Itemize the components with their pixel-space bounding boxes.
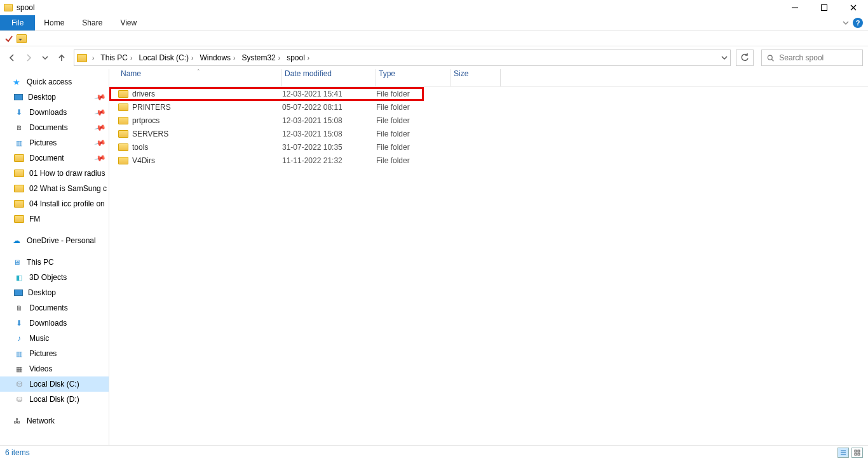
quick-access-toolbar [0, 31, 868, 46]
titlebar: spool [0, 0, 868, 15]
pictures-icon [14, 349, 24, 358]
close-button[interactable] [839, 0, 868, 15]
nav-forward-button[interactable] [22, 48, 36, 67]
sidebar-item-videos[interactable]: Videos [0, 361, 109, 376]
column-headers: Name ˄ Date modified Type Size [109, 69, 868, 87]
view-large-icons-button[interactable] [851, 448, 863, 458]
search-input[interactable] [779, 53, 857, 62]
sidebar-item-music[interactable]: Music [0, 331, 109, 346]
pin-icon: 📌 [94, 121, 107, 134]
sidebar-item-local-disk-d[interactable]: Local Disk (D:) [0, 392, 109, 407]
breadcrumb-root-chevron[interactable]: › [90, 53, 97, 63]
column-header-size[interactable]: Size [451, 69, 501, 86]
item-type: File folder [376, 116, 451, 125]
item-type: File folder [376, 130, 451, 138]
desktop-icon [14, 289, 23, 296]
list-item[interactable]: PRINTERS05-07-2022 08:11File folder [109, 100, 868, 114]
ribbon-tab-share[interactable]: Share [73, 15, 111, 30]
sidebar-onedrive[interactable]: OneDrive - Personal [0, 233, 109, 248]
svg-rect-13 [858, 453, 860, 455]
minimize-button[interactable] [780, 0, 810, 15]
navigation-row: › This PC› Local Disk (C:)› Windows› Sys… [0, 46, 868, 69]
maximize-button[interactable] [810, 0, 839, 15]
sidebar-item-desktop[interactable]: Desktop📌 [0, 90, 109, 105]
pictures-icon [14, 138, 24, 147]
breadcrumb-item[interactable]: System32› [240, 52, 283, 63]
folder-icon [118, 143, 128, 151]
video-icon [14, 364, 24, 373]
qat-newfolder-icon[interactable] [17, 34, 27, 43]
sidebar-network[interactable]: Network [0, 413, 109, 429]
navigation-pane: ★Quick access Desktop📌 Downloads📌 Docume… [0, 69, 109, 445]
breadcrumb-item[interactable]: This PC› [99, 52, 135, 63]
column-header-date[interactable]: Date modified [282, 69, 376, 86]
item-date: 12-03-2021 15:08 [282, 130, 376, 138]
sidebar-item-recent[interactable]: 01 How to draw radius [0, 166, 109, 181]
document-icon [14, 303, 24, 312]
cloud-icon [11, 236, 22, 245]
star-icon: ★ [11, 77, 22, 86]
window-folder-icon [4, 4, 13, 11]
list-item[interactable]: V4Dirs11-11-2022 21:32File folder [109, 154, 868, 167]
sidebar-item-desktop[interactable]: Desktop [0, 285, 109, 300]
nav-up-button[interactable] [55, 48, 69, 67]
nav-recent-dropdown[interactable] [38, 48, 52, 67]
item-type: File folder [376, 103, 451, 112]
list-item[interactable]: SERVERS12-03-2021 15:08File folder [109, 127, 868, 140]
item-date: 31-07-2022 10:35 [282, 143, 376, 152]
view-details-button[interactable] [837, 448, 849, 458]
item-date: 11-11-2022 21:32 [282, 156, 376, 165]
window-title: spool [17, 3, 35, 12]
ribbon-collapse-icon[interactable] [843, 20, 849, 26]
ribbon-tab-view[interactable]: View [111, 15, 146, 30]
pin-icon: 📌 [94, 152, 107, 164]
folder-icon [14, 170, 24, 177]
sidebar-item-recent[interactable]: 04 Install icc profile on [0, 196, 109, 211]
folder-icon [118, 130, 128, 138]
breadcrumb-item[interactable]: Windows› [198, 52, 238, 63]
address-bar[interactable]: › This PC› Local Disk (C:)› Windows› Sys… [74, 50, 731, 66]
list-item[interactable]: prtprocs12-03-2021 15:08File folder [109, 114, 868, 127]
sidebar-quick-access[interactable]: ★Quick access [0, 74, 109, 90]
item-type: File folder [376, 90, 451, 98]
download-icon [14, 319, 24, 328]
folder-icon [118, 117, 128, 124]
sidebar-item-downloads[interactable]: Downloads📌 [0, 105, 109, 120]
download-icon [14, 108, 24, 117]
sidebar-item-local-disk-c[interactable]: Local Disk (C:) [0, 376, 109, 392]
refresh-button[interactable] [736, 50, 754, 66]
ribbon-tab-file[interactable]: File [0, 15, 35, 30]
nav-back-button[interactable] [5, 48, 19, 67]
sidebar-item-downloads[interactable]: Downloads [0, 316, 109, 331]
sidebar-item-documents[interactable]: Documents [0, 300, 109, 316]
address-history-dropdown[interactable] [721, 55, 728, 61]
column-header-type[interactable]: Type [376, 69, 451, 86]
sidebar-item-recent[interactable]: FM [0, 211, 109, 227]
breadcrumb-item[interactable]: Local Disk (C:)› [137, 52, 196, 63]
ribbon-tab-home[interactable]: Home [35, 15, 73, 30]
sidebar-item-document-folder[interactable]: Document📌 [0, 150, 109, 166]
list-item[interactable]: drivers12-03-2021 15:41File folder [109, 87, 868, 100]
sidebar-this-pc[interactable]: This PC [0, 255, 109, 270]
svg-rect-12 [855, 453, 857, 455]
ribbon-tabs: File Home Share View ? [0, 15, 868, 30]
list-item[interactable]: tools31-07-2022 10:35File folder [109, 140, 868, 154]
sidebar-item-pictures[interactable]: Pictures [0, 346, 109, 361]
pc-icon [11, 258, 22, 267]
svg-rect-11 [858, 450, 860, 452]
sidebar-item-documents[interactable]: Documents📌 [0, 120, 109, 135]
folder-icon [14, 154, 24, 162]
item-date: 05-07-2022 08:11 [282, 103, 376, 112]
help-icon[interactable]: ? [853, 18, 863, 28]
folder-icon [14, 215, 24, 223]
qat-properties-icon[interactable] [4, 34, 14, 44]
search-box[interactable] [761, 50, 863, 66]
item-type: File folder [376, 143, 451, 152]
folder-icon [14, 200, 24, 208]
breadcrumb-item[interactable]: spool› [285, 52, 312, 63]
sidebar-item-pictures[interactable]: Pictures📌 [0, 135, 109, 150]
sidebar-item-recent[interactable]: 02 What is SamSung c [0, 181, 109, 196]
sidebar-item-3d-objects[interactable]: 3D Objects [0, 270, 109, 285]
status-item-count: 6 items [5, 448, 30, 457]
column-header-name[interactable]: Name ˄ [118, 69, 282, 86]
